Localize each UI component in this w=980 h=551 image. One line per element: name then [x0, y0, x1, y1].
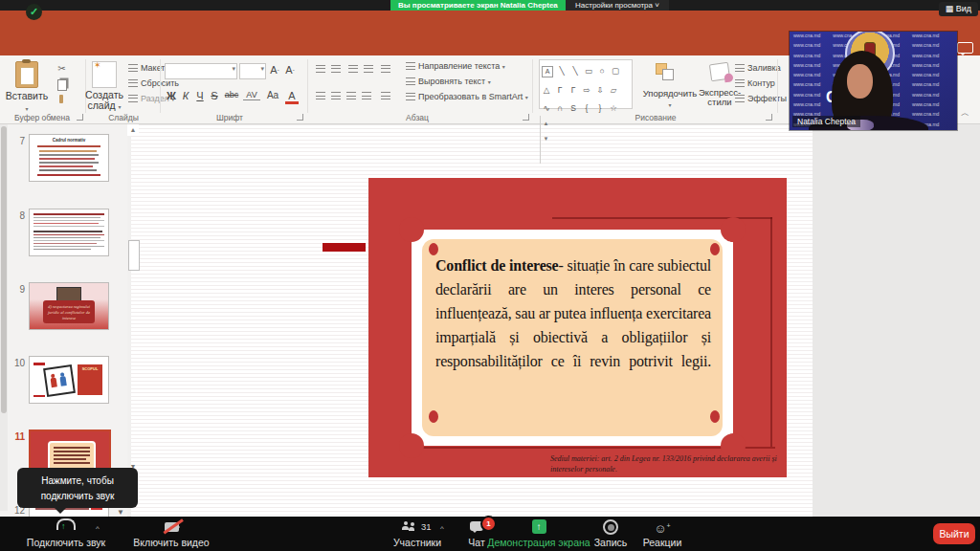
right-brace-shape-icon[interactable]: }	[593, 101, 607, 116]
slide-thumbnail-10[interactable]: SCOPUL	[29, 356, 109, 404]
slide-thumbnail-7[interactable]: Cadrul normativ	[29, 134, 109, 182]
paste-button[interactable]: Вставить▾	[2, 90, 52, 113]
new-slide-button[interactable]: Создатьслайд ▾	[82, 90, 126, 113]
columns-icon[interactable]	[381, 92, 390, 100]
slide-number: 8	[8, 210, 25, 221]
arrow-shape-icon[interactable]: ╲	[568, 64, 582, 78]
participants-icon	[402, 526, 409, 530]
start-video-button[interactable]: Включить видео	[119, 518, 224, 548]
view-settings-menu[interactable]: Настройки просмотра ˅	[566, 0, 669, 11]
shape-effects-button[interactable]: Эффекты	[735, 94, 787, 103]
shape-outline-button[interactable]: Контур	[735, 78, 775, 88]
participants-chevron-icon[interactable]: ^	[440, 524, 444, 533]
participants-button[interactable]: 31 Участники	[381, 518, 454, 548]
align-text-button[interactable]: Выровнять текст ▾	[406, 77, 491, 86]
strikethrough-button[interactable]: S	[208, 90, 221, 101]
shrink-font-button[interactable]: Аˇ	[283, 64, 297, 76]
oval-shape-icon[interactable]: ○	[595, 64, 609, 78]
increase-indent-icon[interactable]	[364, 65, 373, 74]
participant-name-label: Natalia Cheptea	[792, 116, 860, 127]
zoom-view-button[interactable]: ▦ Вид	[939, 2, 978, 16]
arc-shape-icon[interactable]: ∩	[553, 101, 567, 116]
down-arrow-shape-icon[interactable]: ⇩	[593, 83, 607, 98]
copy-icon[interactable]	[57, 79, 67, 91]
group-separator	[160, 59, 161, 113]
arrange-button[interactable]: Упорядочить▾	[639, 88, 701, 109]
reactions-label: Реакции	[634, 537, 691, 548]
text-direction-button[interactable]: Направление текста ▾	[406, 61, 505, 71]
numbering-icon[interactable]	[331, 65, 341, 74]
parallelogram-shape-icon[interactable]: ▱	[607, 83, 620, 98]
curve-shape-icon[interactable]: S	[567, 101, 580, 116]
elbow2-shape-icon[interactable]: Γ	[567, 83, 580, 98]
group-label-paragraph: Абзац	[379, 113, 456, 122]
record-button[interactable]: Запись	[582, 518, 639, 548]
thumbnail-scrollbar-thumb[interactable]	[1, 126, 7, 413]
scroll-up-icon[interactable]: ▲	[127, 124, 139, 136]
justify-icon[interactable]	[362, 92, 371, 100]
source-note[interactable]: Sediul materiei: art. 2 din Legea nr. 13…	[550, 453, 782, 474]
clipboard-dialog-launcher-icon[interactable]	[77, 114, 83, 121]
drawing-dialog-launcher-icon[interactable]	[766, 114, 772, 121]
scribble-shape-icon[interactable]: ∿	[540, 101, 553, 116]
character-spacing-button[interactable]: AV	[243, 90, 260, 100]
cut-icon[interactable]: ✂	[56, 62, 68, 75]
definition-text[interactable]: Conflict de interese- situație în care s…	[435, 253, 711, 373]
collapse-ribbon-icon[interactable]: ︿	[961, 107, 969, 120]
audio-options-chevron-icon[interactable]: ^	[96, 524, 100, 533]
right-arrow-shape-icon[interactable]: ⇨	[580, 83, 593, 98]
thumbnail-scrollbar[interactable]	[0, 124, 8, 511]
new-slide-icon[interactable]	[92, 61, 117, 88]
bold-button[interactable]: Ж	[165, 90, 178, 101]
triangle-shape-icon[interactable]: △	[540, 83, 553, 98]
decrease-indent-icon[interactable]	[348, 65, 358, 74]
font-name-combo[interactable]	[165, 63, 237, 79]
slide-thumbnail-8[interactable]	[29, 209, 109, 256]
slide-canvas[interactable]: Conflict de interese- situație în care s…	[131, 125, 813, 517]
line-spacing-icon[interactable]	[381, 65, 390, 74]
strike-abc-button[interactable]: abc	[222, 90, 241, 99]
thumbnail-scroll-down-icon[interactable]: ▼	[117, 508, 124, 517]
participant-face	[847, 64, 873, 99]
align-center-icon[interactable]	[331, 92, 341, 100]
format-painter-icon[interactable]	[59, 95, 63, 103]
shapes-gallery[interactable]: A╲╲▭○▢△ΓΓ⇨⇩▱∿∩S{}☆ ▲▼	[539, 59, 633, 109]
font-dialog-launcher-icon[interactable]	[297, 114, 303, 121]
shapes-scroll-down-icon[interactable]: ▼	[544, 136, 549, 142]
line-shape-icon[interactable]: ╲	[555, 64, 568, 78]
grow-font-button[interactable]: Аˆ	[268, 64, 281, 76]
bullets-icon[interactable]	[316, 65, 325, 74]
change-case-button[interactable]: Aa	[264, 90, 281, 100]
reactions-button[interactable]: ☺+ Реакции	[634, 518, 691, 548]
paste-icon[interactable]	[15, 61, 38, 88]
font-size-combo[interactable]	[239, 63, 266, 79]
shapes-scroll-up-icon[interactable]: ▲	[544, 121, 549, 126]
paragraph-dialog-launcher-icon[interactable]	[523, 114, 529, 121]
underline-button[interactable]: Ч	[193, 90, 207, 101]
rounded-rect-shape-icon[interactable]: ▢	[609, 64, 622, 78]
arrange-label: Упорядочить	[643, 88, 698, 99]
rectangle-shape-icon[interactable]: ▭	[582, 64, 595, 78]
shape-fill-button[interactable]: Заливка	[735, 63, 781, 73]
reset-button[interactable]: Сбросить	[128, 78, 179, 88]
comments-icon[interactable]	[957, 42, 973, 54]
slide-thumbnail-9[interactable]: d) respectarea regimului juridic al conf…	[29, 282, 109, 330]
shapes-scrollbar[interactable]: ▲▼	[540, 116, 551, 164]
status-check-icon: ✓	[26, 4, 42, 20]
slide-accent-dash[interactable]	[323, 243, 366, 252]
leave-button[interactable]: Выйти	[933, 523, 975, 544]
group-label-drawing: Рисование	[617, 113, 694, 122]
align-right-icon[interactable]	[346, 92, 356, 100]
text-box-shape-icon[interactable]: A	[542, 66, 553, 77]
slide-number-selected: 11	[8, 431, 25, 442]
join-audio-button[interactable]: ↑ Подключить звук	[13, 518, 119, 548]
editor-scrollbar-thumb[interactable]	[128, 240, 140, 271]
italic-button[interactable]: К	[179, 90, 192, 101]
align-left-icon[interactable]	[316, 92, 325, 100]
align-text-icon	[406, 77, 415, 86]
elbow-shape-icon[interactable]: Γ	[553, 83, 567, 98]
convert-smartart-button[interactable]: Преобразовать в SmartArt ▾	[406, 92, 528, 101]
left-brace-shape-icon[interactable]: {	[580, 101, 593, 116]
participant-video[interactable]: www.cna.mdwww.cna.mdwww.cna.mdwww.cna.md…	[790, 32, 957, 130]
font-color-button[interactable]: А	[285, 90, 299, 104]
